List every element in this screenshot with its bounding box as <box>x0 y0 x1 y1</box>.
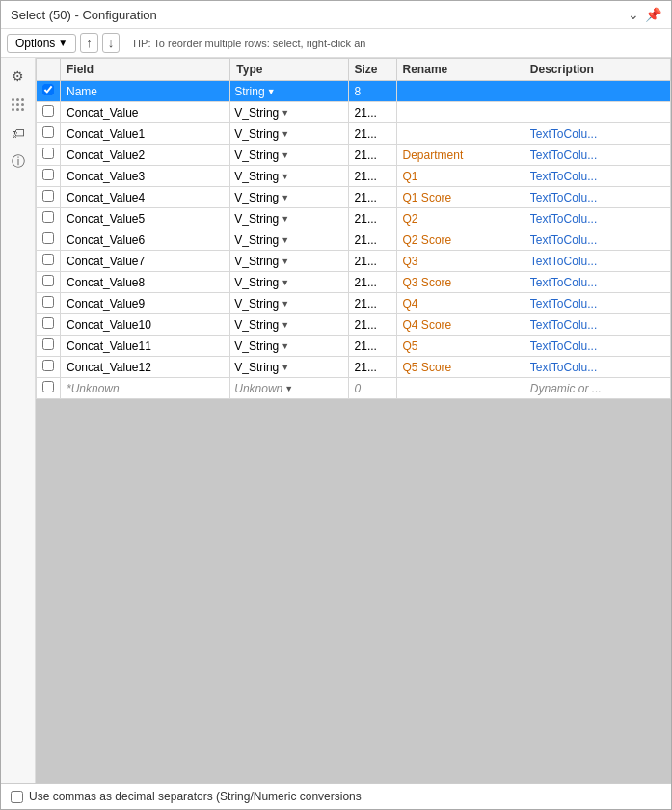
type-cell[interactable]: V_String▼ <box>230 357 348 378</box>
type-cell[interactable]: V_String▼ <box>230 336 348 357</box>
type-cell[interactable]: V_String▼ <box>230 102 348 123</box>
type-cell[interactable]: Unknown▼ <box>230 378 348 399</box>
table-row[interactable]: Concat_Value1V_String▼21...TextToColu... <box>37 123 671 145</box>
table-row[interactable]: Concat_Value9V_String▼21...Q4TextToColu.… <box>37 293 671 314</box>
rename-cell[interactable]: Q2 <box>396 208 524 230</box>
rename-cell[interactable]: Q4 Score <box>396 314 524 336</box>
rename-cell[interactable] <box>396 378 524 399</box>
rename-cell[interactable]: Q3 Score <box>396 272 524 293</box>
type-cell[interactable]: V_String▼ <box>230 230 348 251</box>
table-row[interactable]: NameString▼8 <box>37 81 671 102</box>
table-row[interactable]: Concat_Value6V_String▼21...Q2 ScoreTextT… <box>37 230 671 251</box>
rename-cell[interactable] <box>396 81 524 102</box>
row-checkbox-cell <box>37 251 61 272</box>
move-down-button[interactable]: ↓ <box>102 33 121 53</box>
row-select-checkbox[interactable] <box>42 232 54 244</box>
type-cell[interactable]: String▼ <box>230 81 348 102</box>
table-row[interactable]: Concat_Value12V_String▼21...Q5 ScoreText… <box>37 357 671 378</box>
size-cell: 21... <box>348 166 396 187</box>
type-col-header: Type <box>230 59 348 81</box>
decimal-separator-checkbox[interactable] <box>11 791 23 803</box>
rename-cell[interactable]: Q1 <box>396 166 524 187</box>
row-checkbox-cell <box>37 272 61 293</box>
size-cell: 21... <box>348 272 396 293</box>
row-select-checkbox[interactable] <box>42 360 54 371</box>
type-dropdown-icon[interactable]: ▼ <box>281 150 289 160</box>
type-cell[interactable]: V_String▼ <box>230 123 348 145</box>
row-checkbox-cell <box>37 293 61 314</box>
rename-cell[interactable]: Q3 <box>396 251 524 272</box>
table-row[interactable]: Concat_Value2V_String▼21...DepartmentTex… <box>37 145 671 166</box>
rename-cell[interactable]: Q1 Score <box>396 187 524 208</box>
gear-icon[interactable]: ⚙ <box>8 66 29 87</box>
rename-cell[interactable]: Q4 <box>396 293 524 314</box>
title-bar: Select (50) - Configuration ⌄ 📌 <box>1 1 671 29</box>
row-select-checkbox[interactable] <box>42 211 54 223</box>
row-select-checkbox[interactable] <box>42 254 54 265</box>
table-row[interactable]: Concat_Value8V_String▼21...Q3 ScoreTextT… <box>37 272 671 293</box>
type-dropdown-icon[interactable]: ▼ <box>267 87 276 96</box>
type-dropdown-icon[interactable]: ▼ <box>281 256 289 266</box>
type-dropdown-icon[interactable]: ▼ <box>284 384 293 393</box>
type-dropdown-icon[interactable]: ▼ <box>281 278 289 287</box>
row-checkbox-cell <box>37 81 61 102</box>
type-cell[interactable]: V_String▼ <box>230 145 348 166</box>
type-dropdown-icon[interactable]: ▼ <box>281 193 289 202</box>
type-dropdown-icon[interactable]: ▼ <box>281 363 289 372</box>
table-row[interactable]: Concat_Value4V_String▼21...Q1 ScoreTextT… <box>37 187 671 208</box>
move-up-button[interactable]: ↑ <box>80 33 98 53</box>
description-cell: TextToColu... <box>524 293 670 314</box>
empty-area <box>36 399 671 611</box>
row-select-checkbox[interactable] <box>42 169 54 180</box>
rename-cell[interactable] <box>396 123 524 145</box>
pin-icon[interactable]: 📌 <box>645 7 661 22</box>
type-cell[interactable]: V_String▼ <box>230 314 348 336</box>
row-select-checkbox[interactable] <box>42 105 54 117</box>
type-cell[interactable]: V_String▼ <box>230 187 348 208</box>
row-select-checkbox[interactable] <box>42 317 54 329</box>
type-cell[interactable]: V_String▼ <box>230 251 348 272</box>
row-select-checkbox[interactable] <box>42 126 54 138</box>
options-button[interactable]: Options ▼ <box>7 34 76 53</box>
table-row[interactable]: Concat_Value7V_String▼21...Q3TextToColu.… <box>37 251 671 272</box>
type-dropdown-icon[interactable]: ▼ <box>281 299 289 309</box>
rename-cell[interactable]: Department <box>396 145 524 166</box>
rename-cell[interactable] <box>396 102 524 123</box>
tag-icon[interactable]: 🏷 <box>8 122 29 144</box>
dots-icon <box>12 94 24 115</box>
size-cell: 21... <box>348 314 396 336</box>
table-row[interactable]: Concat_ValueV_String▼21... <box>37 102 671 123</box>
row-select-checkbox[interactable] <box>42 190 54 202</box>
type-cell[interactable]: V_String▼ <box>230 208 348 230</box>
table-row[interactable]: Concat_Value5V_String▼21...Q2TextToColu.… <box>37 208 671 230</box>
type-cell[interactable]: V_String▼ <box>230 166 348 187</box>
row-select-checkbox[interactable] <box>42 148 54 159</box>
help-icon[interactable]: ⓘ <box>8 151 29 173</box>
type-dropdown-icon[interactable]: ▼ <box>281 108 289 118</box>
type-dropdown-icon[interactable]: ▼ <box>281 214 289 224</box>
type-value: V_String <box>234 276 279 289</box>
rename-cell[interactable]: Q2 Score <box>396 230 524 251</box>
row-checkbox-cell <box>37 230 61 251</box>
type-cell[interactable]: V_String▼ <box>230 272 348 293</box>
type-dropdown-icon[interactable]: ▼ <box>281 235 289 245</box>
type-dropdown-icon[interactable]: ▼ <box>281 341 289 351</box>
table-row[interactable]: *UnknownUnknown▼0Dynamic or ... <box>37 378 671 399</box>
type-dropdown-icon[interactable]: ▼ <box>281 129 289 139</box>
rename-cell[interactable]: Q5 Score <box>396 357 524 378</box>
row-select-checkbox[interactable] <box>42 275 54 286</box>
table-row[interactable]: Concat_Value10V_String▼21...Q4 ScoreText… <box>37 314 671 336</box>
rename-cell[interactable]: Q5 <box>396 336 524 357</box>
row-select-checkbox[interactable] <box>42 381 54 392</box>
type-dropdown-icon[interactable]: ▼ <box>281 320 289 330</box>
table-row[interactable]: Concat_Value11V_String▼21...Q5TextToColu… <box>37 336 671 357</box>
chevron-down-icon[interactable]: ⌄ <box>628 7 639 22</box>
type-cell[interactable]: V_String▼ <box>230 293 348 314</box>
row-select-checkbox[interactable] <box>42 296 54 308</box>
table-row[interactable]: Concat_Value3V_String▼21...Q1TextToColu.… <box>37 166 671 187</box>
row-select-checkbox[interactable] <box>42 84 54 95</box>
left-sidebar: ⚙ 🏷 ⓘ <box>1 58 36 783</box>
type-dropdown-icon[interactable]: ▼ <box>281 172 289 181</box>
row-select-checkbox[interactable] <box>42 338 54 350</box>
row-checkbox-cell <box>37 123 61 145</box>
